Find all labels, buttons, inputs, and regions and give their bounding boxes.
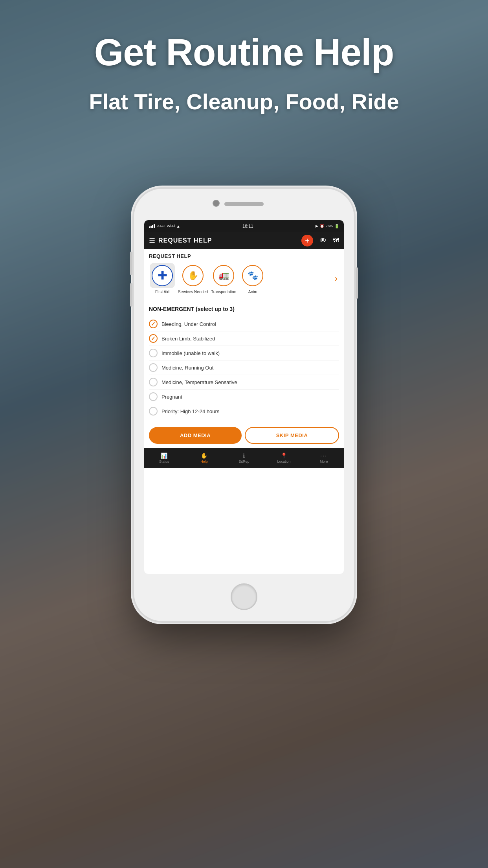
signal-bars (149, 224, 155, 228)
signal-bar-1 (149, 226, 150, 228)
hand-icon: ✋ (188, 270, 198, 281)
sitrep-tab-icon: ℹ (243, 452, 245, 459)
status-tab-icon: 📊 (161, 452, 167, 459)
status-bar: AT&T Wi-Fi ▲ 18:11 ▶ ⏰ 76% 🔋 (144, 220, 344, 232)
checklist-item-6[interactable]: Pregnant (149, 390, 339, 404)
help-tab-icon: ✋ (201, 452, 207, 459)
checklist-label-3: Immobile (unable to walk) (161, 350, 220, 356)
services-circle: ✋ (182, 265, 204, 286)
nonemergent-section: NON-EMERGENT (select up to 3) ✓ Bleeding… (144, 301, 344, 423)
category-transportation-label: Transportation (211, 290, 236, 294)
carrier-label: AT&T Wi-Fi (157, 224, 175, 228)
power-button (356, 267, 358, 299)
checklist-label-2: Broken Limb, Stabilized (161, 336, 215, 342)
scroll-right-arrow[interactable]: › (335, 274, 338, 284)
tab-help[interactable]: ✋ Help (184, 452, 224, 463)
bottom-buttons: ADD MEDIA SKIP MEDIA (144, 423, 344, 448)
tab-sitrep[interactable]: ℹ SitRep (224, 452, 264, 463)
checklist-label-4: Medicine, Running Out (161, 365, 213, 371)
category-first-aid[interactable]: ✚ First Aid (149, 263, 176, 294)
checklist-item-7[interactable]: Priority: High 12-24 hours (149, 404, 339, 418)
category-transportation[interactable]: 🚛 Transportation (210, 263, 237, 294)
status-left: AT&T Wi-Fi ▲ (149, 224, 180, 228)
checklist-item-3[interactable]: Immobile (unable to walk) (149, 346, 339, 360)
category-animal-label: Anim (248, 290, 257, 294)
first-aid-circle: ✚ (152, 265, 173, 286)
checkbox-3 (149, 349, 158, 357)
map-icon[interactable]: 🗺 (333, 237, 339, 244)
location-arrow-icon: ▶ (316, 224, 318, 228)
checkbox-6 (149, 392, 158, 401)
animal-icon-wrap: 🐾 (240, 263, 265, 288)
animal-icon: 🐾 (248, 270, 258, 281)
tab-more[interactable]: ··· More (304, 452, 344, 463)
tab-status[interactable]: 📊 Status (144, 452, 184, 463)
phone-wrapper: AT&T Wi-Fi ▲ 18:11 ▶ ⏰ 76% 🔋 ☰ REQUEST H… (103, 189, 385, 621)
nav-bar: ☰ REQUEST HELP + 👁 🗺 (144, 232, 344, 249)
tab-bar: 📊 Status ✋ Help ℹ SitRep 📍 Location ··· (144, 448, 344, 468)
nav-title: REQUEST HELP (158, 237, 298, 244)
signal-bar-3 (152, 225, 153, 228)
checkbox-1: ✓ (149, 320, 158, 328)
phone-screen: AT&T Wi-Fi ▲ 18:11 ▶ ⏰ 76% 🔋 ☰ REQUEST H… (144, 220, 344, 574)
wifi-icon: ▲ (176, 224, 180, 228)
add-media-button[interactable]: ADD MEDIA (149, 427, 242, 444)
checklist-item-1[interactable]: ✓ Bleeding, Under Control (149, 317, 339, 331)
checklist-label-1: Bleeding, Under Control (161, 321, 216, 327)
checklist-item-2[interactable]: ✓ Broken Limb, Stabilized (149, 331, 339, 346)
checkmark-1: ✓ (151, 321, 156, 327)
hamburger-menu-icon[interactable]: ☰ (149, 236, 155, 245)
volume-up-button (130, 252, 132, 275)
home-button[interactable] (231, 583, 257, 610)
checkmark-2: ✓ (151, 335, 156, 342)
skip-media-button[interactable]: SKIP MEDIA (245, 427, 339, 444)
checklist-label-7: Priority: High 12-24 hours (161, 408, 219, 414)
transportation-icon-wrap: 🚛 (211, 263, 236, 288)
hero-section: Get Routine Help Flat Tire, Cleanup, Foo… (0, 31, 488, 114)
nonemergent-title: NON-EMERGENT (select up to 3) (149, 306, 339, 312)
checkbox-4 (149, 363, 158, 372)
phone-camera (213, 200, 220, 207)
more-tab-icon: ··· (320, 452, 327, 459)
category-first-aid-label: First Aid (155, 290, 169, 294)
eye-icon[interactable]: 👁 (319, 237, 327, 245)
checkbox-7 (149, 407, 158, 416)
hero-title: Get Routine Help (0, 31, 488, 73)
checklist-item-4[interactable]: Medicine, Running Out (149, 360, 339, 375)
location-tab-icon: 📍 (281, 452, 287, 459)
category-services-label: Services Needed (178, 290, 208, 294)
checklist-label-6: Pregnant (161, 394, 182, 400)
tab-location[interactable]: 📍 Location (264, 452, 304, 463)
checkbox-5 (149, 378, 158, 386)
battery-label: 76% (326, 224, 333, 228)
category-services[interactable]: ✋ Services Needed (178, 263, 208, 294)
status-right: ▶ ⏰ 76% 🔋 (316, 224, 339, 228)
status-time: 18:11 (242, 224, 253, 228)
signal-bar-4 (154, 224, 155, 228)
more-tab-label: More (320, 460, 328, 463)
alarm-icon: ⏰ (320, 224, 324, 228)
phone-shell: AT&T Wi-Fi ▲ 18:11 ▶ ⏰ 76% 🔋 ☰ REQUEST H… (134, 189, 354, 621)
request-section-title: REQUEST HELP (149, 253, 339, 259)
services-icon-wrap: ✋ (180, 263, 205, 288)
category-animal[interactable]: 🐾 Anim (239, 263, 266, 294)
first-aid-icon-wrap: ✚ (150, 263, 175, 288)
signal-bar-2 (150, 226, 152, 228)
battery-icon: 🔋 (334, 224, 339, 228)
checkbox-2: ✓ (149, 334, 158, 343)
add-button[interactable]: + (301, 235, 313, 246)
categories-row: ✚ First Aid ✋ Services Needed (149, 263, 339, 294)
request-section: REQUEST HELP ✚ First Aid (144, 249, 344, 298)
truck-icon: 🚛 (218, 270, 229, 281)
help-tab-label: Help (200, 460, 208, 463)
status-tab-label: Status (159, 460, 169, 463)
transportation-circle: 🚛 (213, 265, 234, 286)
volume-down-button (130, 283, 132, 307)
checklist-label-5: Medicine, Temperature Sensative (161, 379, 237, 385)
animal-circle: 🐾 (242, 265, 263, 286)
hero-subtitle: Flat Tire, Cleanup, Food, Ride (0, 89, 488, 114)
phone-speaker (224, 202, 264, 206)
plus-cross-icon: ✚ (158, 270, 167, 281)
sitrep-tab-label: SitRep (238, 460, 249, 463)
checklist-item-5[interactable]: Medicine, Temperature Sensative (149, 375, 339, 390)
